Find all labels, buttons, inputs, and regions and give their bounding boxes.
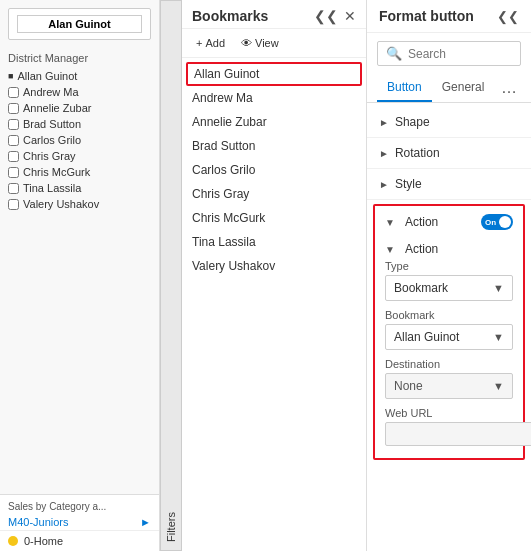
close-icon[interactable]: ✕ [344, 8, 356, 24]
juniors-label: M40-Juniors [8, 516, 69, 528]
view-button[interactable]: 👁 View [237, 35, 283, 51]
list-item[interactable]: Carlos Grilo [8, 132, 151, 148]
list-item[interactable]: Carlos Grilo [182, 158, 366, 182]
district-check-7[interactable] [8, 183, 19, 194]
bookmarks-actions: + Add 👁 View [182, 29, 366, 58]
filter-card: Alan Guinot [8, 8, 151, 40]
action-sub-label: Action [405, 242, 438, 256]
district-name-5: Chris Gray [23, 150, 76, 162]
weburl-input[interactable] [385, 422, 531, 446]
district-check-3[interactable] [8, 119, 19, 130]
format-header: Format button ❮❮ [367, 0, 531, 33]
tab-button[interactable]: Button [377, 74, 432, 102]
district-name-4: Carlos Grilo [23, 134, 81, 146]
bookmark-value: Allan Guinot [394, 330, 459, 344]
district-item-first[interactable]: Allan Guinot [8, 68, 151, 84]
format-tabs: Button General … [367, 74, 531, 103]
home-label: 0-Home [24, 535, 63, 547]
list-item[interactable]: Chris Gray [182, 182, 366, 206]
list-item[interactable]: Brad Sutton [8, 116, 151, 132]
search-icon: 🔍 [386, 46, 402, 61]
weburl-input-row: fx [385, 422, 513, 446]
juniors-row[interactable]: M40-Juniors ► [0, 514, 159, 530]
bookmark-field-row: Bookmark Allan Guinot ▼ [385, 309, 513, 350]
add-button[interactable]: + Add [192, 35, 229, 51]
format-title: Format button [379, 8, 474, 24]
district-check-4[interactable] [8, 135, 19, 146]
filters-label: Filters [165, 512, 177, 542]
filters-tab[interactable]: Filters [160, 0, 182, 551]
type-dropdown[interactable]: Bookmark ▼ [385, 275, 513, 301]
district-check-2[interactable] [8, 103, 19, 114]
chevron-right-icon: ► [379, 179, 389, 190]
format-header-icons: ❮❮ [497, 9, 519, 24]
destination-dropdown[interactable]: None ▼ [385, 373, 513, 399]
district-check-6[interactable] [8, 167, 19, 178]
destination-label: Destination [385, 358, 513, 370]
list-item[interactable]: Chris McGurk [8, 164, 151, 180]
list-item[interactable]: Andrew Ma [182, 86, 366, 110]
style-section[interactable]: ► Style [367, 169, 531, 200]
destination-field-row: Destination None ▼ [385, 358, 513, 399]
list-item[interactable]: Valery Ushakov [182, 254, 366, 278]
weburl-label: Web URL [385, 407, 513, 419]
chevron-down-icon: ▼ [493, 282, 504, 294]
list-item[interactable]: Chris Gray [8, 148, 151, 164]
chevron-down-icon: ▼ [493, 380, 504, 392]
expand-icon[interactable]: ❮❮ [314, 8, 338, 24]
format-panel: Format button ❮❮ 🔍 Button General … ► Sh… [367, 0, 531, 551]
shape-section[interactable]: ► Shape [367, 107, 531, 138]
type-value: Bookmark [394, 281, 448, 295]
list-item[interactable]: Annelie Zubar [8, 100, 151, 116]
list-item[interactable]: Andrew Ma [8, 84, 151, 100]
add-icon: + [196, 37, 202, 49]
list-item[interactable]: Tina Lassila [182, 230, 366, 254]
district-name-2: Annelie Zubar [23, 102, 92, 114]
list-item[interactable]: Chris McGurk [182, 206, 366, 230]
district-check-8[interactable] [8, 199, 19, 210]
bookmarks-list: Allan Guinot Andrew Ma Annelie Zubar Bra… [182, 58, 366, 551]
toggle-knob [499, 216, 511, 228]
list-item[interactable]: Valery Ushakov [8, 196, 151, 212]
weburl-field-row: Web URL fx [385, 407, 513, 446]
search-bar: 🔍 [377, 41, 521, 66]
view-icon: 👁 [241, 37, 252, 49]
list-item[interactable]: Annelie Zubar [182, 110, 366, 134]
chevron-right-icon: ► [379, 148, 389, 159]
district-name-3: Brad Sutton [23, 118, 81, 130]
action-toggle[interactable] [481, 214, 513, 230]
bookmarks-header-icons: ❮❮ ✕ [314, 8, 356, 24]
action-section: ▼ Action ▼ Action Type Bookmark ▼ [373, 204, 525, 460]
left-panel: Alan Guinot District Manager Allan Guino… [0, 0, 160, 551]
district-name-0: Allan Guinot [17, 70, 77, 82]
bookmark-item-selected[interactable]: Allan Guinot [186, 62, 362, 86]
bookmark-dropdown[interactable]: Allan Guinot ▼ [385, 324, 513, 350]
sales-label: Sales by Category a... [0, 494, 159, 514]
yellow-dot-icon [8, 536, 18, 546]
more-options-icon[interactable]: … [497, 75, 521, 101]
format-body: ► Shape ► Rotation ► Style ▼ Action [367, 103, 531, 551]
list-item[interactable]: Brad Sutton [182, 134, 366, 158]
bookmarks-panel: Bookmarks ❮❮ ✕ + Add 👁 View Allan Guinot… [182, 0, 367, 551]
type-field-row: Type Bookmark ▼ [385, 260, 513, 301]
action-sub-header[interactable]: ▼ Action [385, 238, 513, 260]
filter-card-name: Alan Guinot [17, 15, 142, 33]
expand-icon[interactable]: ❮❮ [497, 9, 519, 24]
add-label: Add [205, 37, 225, 49]
tab-general[interactable]: General [432, 74, 495, 102]
home-row: 0-Home [0, 530, 159, 551]
type-label: Type [385, 260, 513, 272]
list-item[interactable]: Tina Lassila [8, 180, 151, 196]
rotation-section[interactable]: ► Rotation [367, 138, 531, 169]
rotation-label: Rotation [395, 146, 440, 160]
view-label: View [255, 37, 279, 49]
search-input[interactable] [408, 47, 531, 61]
style-label: Style [395, 177, 422, 191]
chevron-down-icon: ▼ [493, 331, 504, 343]
action-section-header[interactable]: ▼ Action [375, 206, 523, 238]
chevron-right-icon: ► [140, 516, 151, 528]
bookmarks-title: Bookmarks [192, 8, 268, 24]
district-check-1[interactable] [8, 87, 19, 98]
action-label-row: ▼ Action [385, 215, 438, 229]
district-check-5[interactable] [8, 151, 19, 162]
